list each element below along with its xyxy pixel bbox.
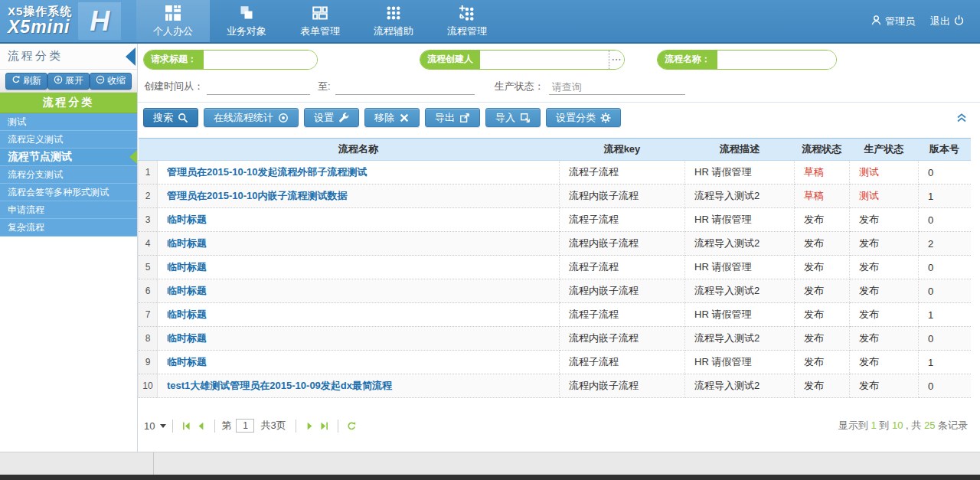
tree-item[interactable]: 流程会签等多种形式测试: [0, 184, 137, 201]
cell-version: 0: [919, 208, 971, 232]
process-link[interactable]: 临时标题: [167, 356, 207, 367]
panel-collapse-arrow-icon[interactable]: [126, 47, 136, 66]
cell-desc: HR 请假管理: [685, 208, 795, 232]
picker-button[interactable]: ⋯: [609, 51, 624, 69]
prev-page-button[interactable]: [196, 421, 206, 431]
cell-status: 草稿: [795, 161, 850, 184]
toolbar-button[interactable]: 设置: [304, 108, 359, 127]
date-from-input[interactable]: [207, 80, 310, 95]
nav-tab[interactable]: 流程管理: [430, 0, 504, 42]
pagination-bar: 10 第 共3页 显示到 1 到 10 , 共 25 条记录: [144, 419, 968, 433]
cell-prod: 发布: [850, 279, 919, 303]
tree-item[interactable]: 测试: [0, 113, 137, 131]
process-link[interactable]: 管理员在2015-10-10发起流程外部子流程测试: [167, 166, 368, 178]
col-rownum: [139, 139, 158, 161]
tree-item[interactable]: 申请流程: [0, 201, 137, 219]
separator: [172, 420, 173, 433]
tree-item[interactable]: 流程定义测试: [0, 131, 137, 149]
logout-label: 退出: [930, 15, 950, 28]
search-form-row: 请求标题： 流程创建人 ⋯ 流程名称：: [143, 49, 980, 70]
page-number-input[interactable]: [236, 419, 254, 433]
logout-button[interactable]: 退出: [930, 15, 965, 28]
search-input[interactable]: [204, 51, 317, 69]
app-title: X5操作系统 X5mini: [8, 5, 72, 38]
cell-version: 1: [919, 303, 971, 327]
toolbar-button[interactable]: 在线流程统计: [204, 108, 299, 127]
cell-desc: 流程导入测试2: [685, 184, 795, 208]
search-input[interactable]: [717, 51, 836, 69]
search-input[interactable]: [480, 51, 609, 69]
objects-icon: [238, 5, 255, 21]
sidebar-panel-title: 流程分类: [0, 44, 137, 70]
next-page-button[interactable]: [305, 421, 315, 431]
table-row: 7 临时标题 流程子流程 HR 请假管理 发布 发布 1: [139, 303, 971, 327]
tree-item[interactable]: 复杂流程: [0, 219, 137, 237]
cell-prod: 发布: [850, 374, 919, 398]
cell-name: 临时标题: [158, 232, 560, 256]
collapse-panel-icon[interactable]: [956, 111, 968, 126]
toolbar-button[interactable]: 设置分类: [546, 108, 621, 127]
separator: [214, 420, 215, 433]
nav-tab[interactable]: 表单管理: [283, 0, 357, 42]
toolbar-button[interactable]: 导入: [485, 108, 541, 127]
process-link[interactable]: 管理员在2015-10-10内嵌子流程测试数据: [167, 190, 348, 201]
cell-desc: 流程导入测试2: [685, 232, 795, 256]
user-label: 管理员: [885, 15, 915, 28]
tree-item[interactable]: 流程节点测试: [0, 149, 137, 166]
last-page-button[interactable]: [319, 421, 329, 431]
toolbar-button-label: 搜索: [153, 111, 173, 125]
tree-item-label: 流程会签等多种形式测试: [8, 186, 109, 199]
nav-tab[interactable]: 个人办公: [136, 0, 210, 42]
main-nav: 个人办公 业务对象 表单管理 流程辅助 流程管理: [136, 0, 504, 42]
page-size-dropdown[interactable]: 10: [144, 420, 166, 432]
power-icon: [953, 15, 965, 28]
toolbar-button[interactable]: 导出: [425, 108, 480, 127]
col-prod: 生产状态: [850, 139, 919, 161]
process-link[interactable]: 临时标题: [167, 261, 207, 273]
col-key: 流程key: [560, 139, 685, 161]
process-link[interactable]: 临时标题: [167, 237, 207, 249]
cell-name: 临时标题: [158, 303, 560, 327]
import-icon: [520, 112, 531, 124]
sidebar-tool-button[interactable]: 收缩: [90, 73, 132, 90]
toolbar-button-label: 在线流程统计: [214, 111, 273, 125]
cell-rownum: 6: [139, 279, 158, 303]
nav-tab-label: 个人办公: [153, 24, 193, 38]
toolbar-button[interactable]: 搜索: [143, 108, 198, 127]
cell-rownum: 4: [139, 232, 158, 256]
first-page-button[interactable]: [181, 421, 191, 431]
tree-header: 流程分类: [0, 93, 137, 113]
process-link[interactable]: 临时标题: [167, 285, 207, 296]
sidebar-tool-button[interactable]: 展开: [47, 73, 90, 90]
cell-version: 0: [919, 374, 971, 398]
cell-key: 流程内嵌子流程: [560, 279, 685, 303]
cell-prod: 发布: [850, 232, 919, 256]
summary-to: 10: [892, 420, 903, 431]
process-link[interactable]: 临时标题: [167, 214, 207, 225]
flow-icon: [459, 5, 475, 21]
separator: [296, 420, 296, 433]
logo-mark: H: [78, 2, 121, 40]
plus-circle-icon: [54, 75, 63, 87]
cell-status: 发布: [795, 279, 850, 303]
prod-state-input[interactable]: [549, 80, 685, 95]
toolbar-button[interactable]: 移除: [364, 108, 420, 127]
process-link[interactable]: 临时标题: [167, 309, 207, 320]
reload-list-icon[interactable]: [347, 421, 357, 431]
process-link[interactable]: 临时标题: [167, 332, 207, 344]
cell-desc: HR 请假管理: [685, 351, 795, 374]
sidebar-tool-button[interactable]: 刷新: [5, 73, 47, 90]
date-to-input[interactable]: [335, 80, 475, 95]
current-user[interactable]: 管理员: [871, 15, 915, 28]
tree-item[interactable]: 流程分支测试: [0, 166, 137, 184]
search-field-group: 请求标题：: [143, 50, 318, 70]
process-link[interactable]: test1大雄测试管理员在2015-10-09发起dx最简流程: [167, 380, 392, 391]
cell-status: 发布: [795, 351, 850, 374]
nav-tab-label: 业务对象: [227, 24, 266, 38]
table-row: 10 test1大雄测试管理员在2015-10-09发起dx最简流程 流程内嵌子…: [139, 374, 971, 398]
cell-desc: 流程导入测试2: [685, 374, 795, 398]
toolbar-button-label: 导入: [495, 111, 515, 125]
nav-tab[interactable]: 业务对象: [210, 0, 283, 42]
cell-version: 0: [919, 279, 971, 303]
nav-tab[interactable]: 流程辅助: [357, 0, 430, 42]
